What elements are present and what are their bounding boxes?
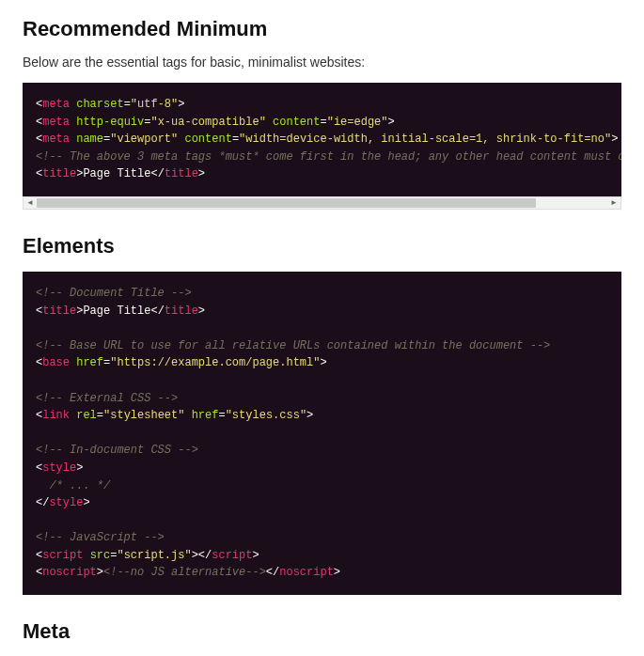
desc-recommended: Below are the essential tags for basic, … <box>23 55 621 70</box>
codebox-elements[interactable]: <!-- Document Title --> <title>Page Titl… <box>23 272 621 595</box>
heading-elements: Elements <box>23 234 621 258</box>
codebox-recommended[interactable]: <meta charset="utf-8"> <meta http-equiv=… <box>23 83 621 196</box>
codebox-recommended-wrap: <meta charset="utf-8"> <meta http-equiv=… <box>23 83 621 210</box>
scroll-left-icon[interactable]: ◄ <box>24 197 37 209</box>
scroll-right-icon[interactable]: ► <box>607 197 620 209</box>
codebox-elements-wrap: <!-- Document Title --> <title>Page Titl… <box>23 272 621 595</box>
heading-meta: Meta <box>23 619 621 644</box>
heading-recommended: Recommended Minimum <box>23 17 621 41</box>
scrollbar-recommended[interactable]: ◄ ► <box>23 196 621 210</box>
scroll-thumb[interactable] <box>37 198 536 208</box>
